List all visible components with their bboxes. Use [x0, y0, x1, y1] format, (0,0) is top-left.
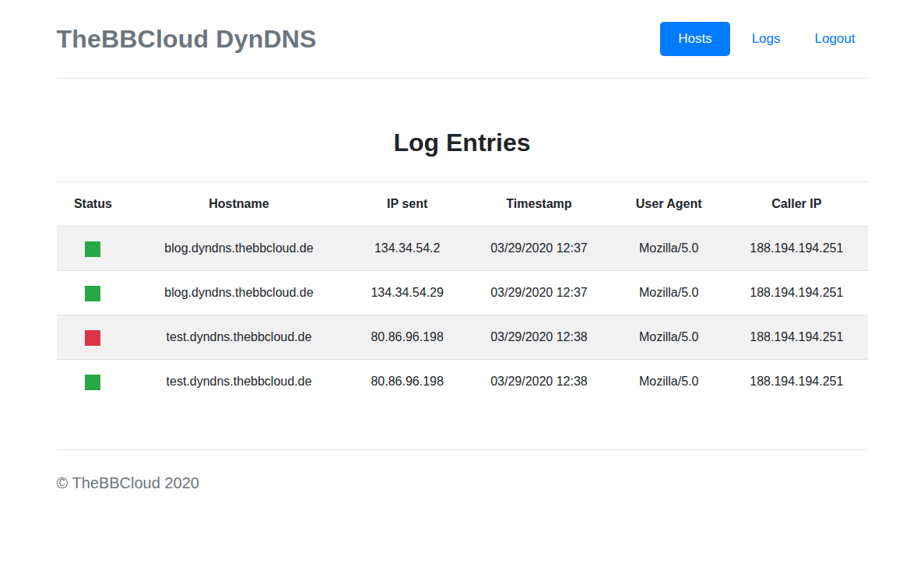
main-nav: Hosts Logs Logout — [660, 22, 867, 56]
caller-ip-cell: 188.194.194.251 — [725, 315, 867, 360]
site-header: TheBBCloud DynDNS Hosts Logs Logout — [57, 0, 868, 79]
table-row: blog.dyndns.thebbcloud.de 134.34.54.29 0… — [57, 271, 868, 315]
table-row: test.dyndns.thebbcloud.de 80.86.96.198 0… — [57, 315, 868, 360]
site-title: TheBBCloud DynDNS — [57, 25, 317, 54]
column-header-caller-ip: Caller IP — [725, 182, 867, 227]
table-body: blog.dyndns.thebbcloud.de 134.34.54.2 03… — [57, 227, 868, 404]
status-cell — [57, 271, 130, 315]
caller-ip-cell: 188.194.194.251 — [725, 360, 867, 404]
user-agent-cell: Mozilla/5.0 — [612, 227, 725, 271]
hostname-cell: test.dyndns.thebbcloud.de — [129, 360, 348, 404]
log-entries-table: Status Hostname IP sent Timestamp User A… — [57, 181, 868, 403]
page-container: TheBBCloud DynDNS Hosts Logs Logout Log … — [57, 0, 868, 492]
page-title: Log Entries — [57, 129, 868, 157]
user-agent-cell: Mozilla/5.0 — [612, 315, 725, 360]
hostname-cell: blog.dyndns.thebbcloud.de — [129, 227, 348, 271]
timestamp-cell: 03/29/2020 12:37 — [466, 271, 613, 315]
copyright-text: © TheBBCloud 2020 — [57, 474, 868, 492]
nav-item-hosts[interactable]: Hosts — [660, 22, 729, 56]
ip-sent-cell: 134.34.54.2 — [349, 227, 466, 271]
nav-item-logs[interactable]: Logs — [740, 25, 793, 53]
status-success-icon — [85, 286, 100, 301]
ip-sent-cell: 134.34.54.29 — [349, 271, 466, 315]
user-agent-cell: Mozilla/5.0 — [612, 360, 725, 404]
column-header-timestamp: Timestamp — [466, 182, 613, 227]
site-footer: © TheBBCloud 2020 — [57, 449, 868, 492]
table-header-row: Status Hostname IP sent Timestamp User A… — [57, 182, 868, 227]
status-success-icon — [85, 375, 100, 390]
column-header-ip-sent: IP sent — [349, 182, 466, 227]
status-cell — [57, 315, 130, 360]
timestamp-cell: 03/29/2020 12:38 — [466, 315, 613, 360]
caller-ip-cell: 188.194.194.251 — [725, 227, 867, 271]
column-header-status: Status — [57, 182, 130, 227]
table-header: Status Hostname IP sent Timestamp User A… — [57, 182, 868, 227]
ip-sent-cell: 80.86.96.198 — [349, 315, 466, 360]
user-agent-cell: Mozilla/5.0 — [612, 271, 725, 315]
caller-ip-cell: 188.194.194.251 — [725, 271, 867, 315]
column-header-user-agent: User Agent — [612, 182, 725, 227]
timestamp-cell: 03/29/2020 12:38 — [466, 360, 613, 404]
nav-item-logout[interactable]: Logout — [803, 25, 868, 53]
hostname-cell: test.dyndns.thebbcloud.de — [129, 315, 348, 360]
column-header-hostname: Hostname — [129, 182, 348, 227]
status-cell — [57, 227, 130, 271]
ip-sent-cell: 80.86.96.198 — [349, 360, 466, 404]
timestamp-cell: 03/29/2020 12:37 — [466, 227, 613, 271]
status-error-icon — [85, 330, 100, 346]
footer-divider — [57, 449, 868, 450]
table-row: test.dyndns.thebbcloud.de 80.86.96.198 0… — [57, 360, 868, 404]
table-row: blog.dyndns.thebbcloud.de 134.34.54.2 03… — [57, 227, 868, 271]
status-cell — [57, 360, 130, 404]
hostname-cell: blog.dyndns.thebbcloud.de — [129, 271, 348, 315]
status-success-icon — [85, 241, 100, 257]
